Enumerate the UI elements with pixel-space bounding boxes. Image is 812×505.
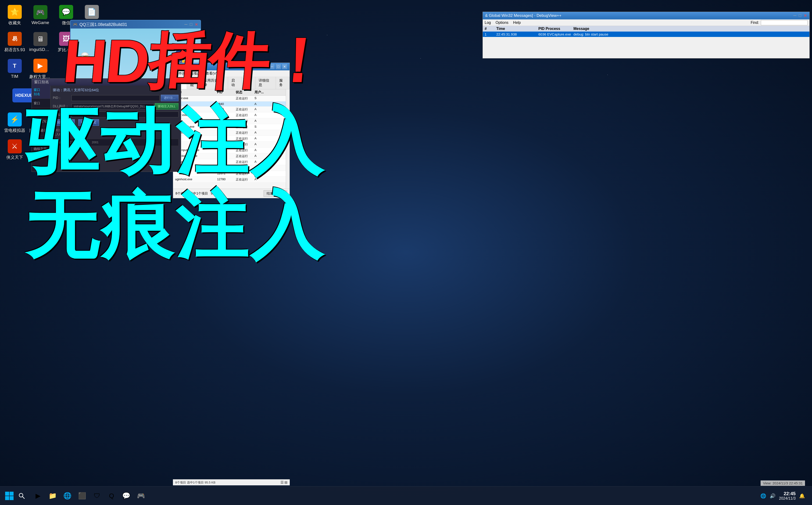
- inj-sidebar-comm[interactable]: 设置通讯: [32, 126, 50, 135]
- tm-end-task-btn[interactable]: 结束任务(E): [264, 190, 287, 197]
- desktop-icon-tim[interactable]: T TIM: [2, 56, 27, 82]
- tm-menu-options[interactable]: 选项(O): [190, 71, 202, 76]
- inj-call-row: 32Call测试 64Call测试: [53, 119, 179, 126]
- tm-footer-count: 8个项目 选中1个项目 95.5 KB: [176, 191, 223, 196]
- inj-process-info: 进程位数：: [53, 128, 179, 132]
- dbg-menu-help[interactable]: Help: [513, 21, 521, 25]
- inj-close-btn[interactable]: ✕: [176, 80, 179, 85]
- tm-row-joker[interactable]: joker.exe 正在运行 A: [173, 113, 289, 118]
- tm-row-9[interactable]: 正在运行 A: [173, 142, 289, 148]
- tm-row-8[interactable]: 正在运行 A: [173, 136, 289, 142]
- taskbar-running-apps: ▶ 📁 🌐 ⬛ 🛡 Q 💬 🎮: [27, 489, 760, 502]
- tm-minimize-btn[interactable]: ─: [269, 64, 275, 69]
- qq-maximize-btn[interactable]: □: [190, 22, 192, 27]
- inj-pid-input[interactable]: [71, 95, 160, 101]
- tm-row-textinput[interactable]: TextInputHost.exe 12004 正在运行 A: [173, 148, 289, 153]
- inj-sidebar-window2[interactable]: 窗口: [32, 99, 50, 108]
- taskbar-network-icon[interactable]: 🌐: [760, 493, 766, 499]
- tm-row-highlighted[interactable]: 9840 A: [173, 102, 289, 107]
- tm-tab-performance[interactable]: 性能: [187, 77, 201, 89]
- desktop-icon-jieguo[interactable]: ⚔ 侠义天下: [2, 137, 27, 162]
- tm-row-rhost[interactable]: rHost.exe 正在运行 A: [173, 130, 289, 136]
- inj-sidebar-window[interactable]: 窗口别名: [32, 86, 50, 99]
- view-grid-icon[interactable]: ⊞: [284, 480, 287, 485]
- inj-inject-btn[interactable]: 进行注...: [161, 95, 179, 101]
- tm-footer: 8个项目 选中1个项目 95.5 KB 结束任务(E): [173, 189, 289, 198]
- tm-close-btn[interactable]: ✕: [282, 64, 287, 69]
- view-toggle-icons: ☰ ⊞: [280, 480, 287, 485]
- search-button[interactable]: [16, 491, 27, 501]
- tm-maximize-btn[interactable]: □: [276, 64, 281, 69]
- taskbar-clock[interactable]: 22:45 2024/11/3: [779, 491, 796, 501]
- desktop-icon-shouye[interactable]: ⭐ 收藏夹: [2, 2, 27, 28]
- tm-process-list: dexer.exe 正在运行 S 9840 A 1006 正在运行 A joke…: [173, 96, 289, 183]
- inj-sidebar-drive[interactable]: 驱动写写: [32, 117, 50, 126]
- inj-sidebar-color[interactable]: 颜色绑定: [32, 135, 50, 145]
- inj-dll-path-input[interactable]: [71, 104, 154, 109]
- qq-minimize-btn[interactable]: ─: [184, 22, 188, 27]
- taskbar-icon-weixin[interactable]: 💬: [120, 489, 133, 502]
- taskbar-icon-file[interactable]: 📁: [46, 489, 59, 502]
- tm-row-5[interactable]: 正在运行 A: [173, 118, 289, 124]
- svg-rect-1: [10, 492, 14, 496]
- tm-row-wpscloud[interactable]: wpscloudsvr.exe 12232 正在运行 A: [173, 153, 289, 159]
- dbg-find-input[interactable]: [761, 20, 808, 25]
- tm-tab-history[interactable]: 应用历史记录: [201, 77, 228, 89]
- debugview-column-headers: # Time PID Process Message: [483, 26, 809, 31]
- qq-close-btn[interactable]: ✕: [195, 22, 198, 27]
- inj-inject-dll-btn[interactable]: 驱动注入DLL: [155, 103, 179, 110]
- tm-row-uginhost[interactable]: uginhost.exe 12780 正在运行 A: [173, 177, 289, 183]
- tm-row-dexer[interactable]: dexer.exe 正在运行 S: [173, 96, 289, 102]
- view-list-icon[interactable]: ☰: [280, 480, 284, 485]
- dbg-close-btn[interactable]: ✕: [804, 13, 807, 18]
- desktop-icon-imgui[interactable]: 🖥 imguiSDK...: [28, 29, 53, 55]
- taskbar-system-tray: 🌐 🔊 22:45 2024/11/3 🔔: [760, 491, 810, 501]
- tm-menu-file[interactable]: 文件(F): [175, 71, 187, 76]
- tm-table-header: 名称 PID 状态 用户...: [173, 89, 289, 96]
- dll-injector-window[interactable]: 窗口别名 ─ ✕ 窗口别名 窗口 登录 驱动写写 设置通讯 颜色绑定 确核怎定 …: [32, 78, 181, 172]
- windows-logo-icon: [5, 491, 14, 501]
- inj-sidebar-confirm[interactable]: 确核怎定: [32, 145, 50, 154]
- start-button[interactable]: [2, 489, 16, 503]
- tm-row-ldnews[interactable]: ldnews.exe 12348 正在运行 A: [173, 159, 289, 165]
- tm-tab-services[interactable]: 服务: [276, 77, 290, 89]
- svg-rect-0: [5, 492, 9, 496]
- taskbar-icon-browser[interactable]: 🌐: [61, 489, 74, 502]
- inj-64call-btn[interactable]: 64Call测试: [78, 119, 99, 126]
- dbg-maximize-btn[interactable]: □: [799, 13, 801, 18]
- taskbar-icon-terminal[interactable]: ⬛: [76, 489, 88, 502]
- tm-tab-startup[interactable]: 启动: [228, 77, 242, 89]
- taskbar-icon-qq[interactable]: Q: [105, 489, 118, 502]
- inj-main-panel: 驱动：腾讯！支持写32位64位 PID： 进行注... DLL路径： 驱动注入D…: [50, 86, 181, 172]
- tm-row-protocol[interactable]: rtocolHost.exe 正在运行 S: [173, 124, 289, 130]
- desktop-icon-wegame[interactable]: 🎮 WeGame: [28, 2, 53, 28]
- inj-sidebar: 窗口别名 窗口 登录 驱动写写 设置通讯 颜色绑定 确核怎定: [32, 86, 50, 172]
- taskbar-icon-antivirus[interactable]: 🛡: [90, 489, 103, 502]
- tm-row-14[interactable]: 12672 正在运行 A: [173, 171, 289, 177]
- debugview-row-1[interactable]: 1 22:45:31.938 6036 EVCapture.exe debug:…: [483, 31, 809, 37]
- task-manager-window[interactable]: 任务管理器 ─ □ ✕ 文件(F) 选项(O) 查看(V) 进程 性能 应用历史…: [173, 63, 290, 198]
- desktop-icon-leidiannf[interactable]: ⚡ 雷电模拟器: [2, 110, 27, 136]
- inj-sidebar-login[interactable]: 登录: [32, 108, 50, 117]
- taskbar-icon-game[interactable]: 🎮: [134, 489, 148, 502]
- inj-32call-btn[interactable]: 32Call测试: [54, 119, 75, 126]
- desktop-icon-hdfour[interactable]: ▶ 趣程方里加速播器...: [28, 56, 53, 82]
- tm-scrollbar[interactable]: [286, 89, 289, 197]
- tm-tab-users[interactable]: 用户: [242, 77, 255, 89]
- taskbar-sound-icon[interactable]: 🔊: [770, 493, 776, 499]
- inj-comm-input[interactable]: [71, 112, 179, 117]
- dbg-minimize-btn[interactable]: ─: [793, 13, 796, 18]
- desktop-icon-yiyuyan[interactable]: 易 易语言5.93: [2, 29, 27, 55]
- tm-row-13[interactable]: 12.... 正在运行 A: [173, 165, 289, 171]
- tm-tab-details[interactable]: 详细信息: [255, 77, 276, 89]
- svg-rect-3: [10, 496, 14, 500]
- dbg-menu-log[interactable]: Log: [485, 21, 491, 25]
- taskbar-icon-ev[interactable]: ▶: [32, 489, 44, 502]
- inj-minimize-btn[interactable]: ─: [172, 80, 174, 85]
- taskbar-notification-icon[interactable]: 🔔: [799, 493, 805, 499]
- inj-comm-row: 通讯内存: [53, 112, 179, 117]
- tm-row-3[interactable]: 1006 正在运行 A: [173, 107, 289, 113]
- debugview-window[interactable]: & Global Win32 Messages] - DebugView++ ─…: [483, 12, 810, 58]
- tm-menu-view[interactable]: 查看(V): [206, 71, 217, 76]
- dbg-menu-options[interactable]: Options: [496, 21, 509, 25]
